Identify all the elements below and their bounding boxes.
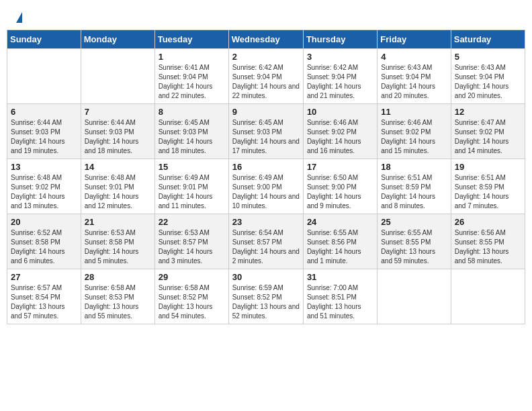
calendar-day-cell: 7Sunrise: 6:44 AM Sunset: 9:03 PM Daylig… [81, 104, 154, 159]
day-number: 25 [381, 217, 447, 227]
calendar-day-cell: 2Sunrise: 6:42 AM Sunset: 9:04 PM Daylig… [228, 49, 303, 104]
day-info: Sunrise: 6:59 AM Sunset: 8:52 PM Dayligh… [232, 283, 300, 321]
day-info: Sunrise: 6:49 AM Sunset: 9:00 PM Dayligh… [232, 173, 300, 211]
day-info: Sunrise: 6:56 AM Sunset: 8:55 PM Dayligh… [455, 228, 521, 266]
day-number: 17 [307, 162, 373, 172]
day-info: Sunrise: 6:46 AM Sunset: 9:02 PM Dayligh… [307, 118, 373, 156]
calendar-day-cell: 22Sunrise: 6:53 AM Sunset: 8:57 PM Dayli… [154, 214, 228, 269]
day-number: 31 [307, 272, 373, 282]
calendar-day-cell: 1Sunrise: 6:41 AM Sunset: 9:04 PM Daylig… [154, 49, 228, 104]
day-info: Sunrise: 6:53 AM Sunset: 8:58 PM Dayligh… [85, 228, 151, 266]
day-number: 22 [159, 217, 225, 227]
day-number: 29 [159, 272, 225, 282]
calendar-day-cell: 8Sunrise: 6:45 AM Sunset: 9:03 PM Daylig… [154, 104, 228, 159]
day-info: Sunrise: 6:47 AM Sunset: 9:02 PM Dayligh… [455, 118, 521, 156]
calendar-day-cell: 4Sunrise: 6:43 AM Sunset: 9:04 PM Daylig… [378, 49, 451, 104]
day-info: Sunrise: 6:42 AM Sunset: 9:04 PM Dayligh… [232, 63, 300, 101]
calendar-day-cell: 3Sunrise: 6:42 AM Sunset: 9:04 PM Daylig… [303, 49, 377, 104]
calendar-day-cell: 17Sunrise: 6:50 AM Sunset: 9:00 PM Dayli… [303, 159, 377, 214]
day-number: 26 [455, 217, 521, 227]
calendar-day-cell: 20Sunrise: 6:52 AM Sunset: 8:58 PM Dayli… [7, 214, 81, 269]
calendar-day-cell: 31Sunrise: 7:00 AM Sunset: 8:51 PM Dayli… [303, 269, 377, 324]
day-number: 24 [307, 217, 373, 227]
day-number: 10 [307, 107, 373, 117]
day-of-week-header: Sunday [7, 30, 81, 49]
day-number: 4 [381, 52, 447, 62]
day-info: Sunrise: 7:00 AM Sunset: 8:51 PM Dayligh… [307, 283, 373, 321]
day-number: 13 [11, 162, 77, 172]
day-info: Sunrise: 6:55 AM Sunset: 8:56 PM Dayligh… [307, 228, 373, 266]
calendar-day-cell: 29Sunrise: 6:58 AM Sunset: 8:52 PM Dayli… [154, 269, 228, 324]
calendar-table: SundayMondayTuesdayWednesdayThursdayFrid… [7, 30, 525, 324]
calendar-day-cell: 9Sunrise: 6:45 AM Sunset: 9:03 PM Daylig… [228, 104, 303, 159]
day-number: 18 [381, 162, 447, 172]
day-number: 12 [455, 107, 521, 117]
calendar-day-cell: 6Sunrise: 6:44 AM Sunset: 9:03 PM Daylig… [7, 104, 81, 159]
calendar-day-cell: 25Sunrise: 6:55 AM Sunset: 8:55 PM Dayli… [378, 214, 451, 269]
day-info: Sunrise: 6:48 AM Sunset: 9:02 PM Dayligh… [11, 173, 77, 211]
day-of-week-header: Monday [81, 30, 154, 49]
calendar-day-cell: 19Sunrise: 6:51 AM Sunset: 8:59 PM Dayli… [451, 159, 525, 214]
calendar-day-cell: 26Sunrise: 6:56 AM Sunset: 8:55 PM Dayli… [451, 214, 525, 269]
day-info: Sunrise: 6:53 AM Sunset: 8:57 PM Dayligh… [159, 228, 225, 266]
calendar-day-cell [451, 269, 525, 324]
day-info: Sunrise: 6:45 AM Sunset: 9:03 PM Dayligh… [159, 118, 225, 156]
day-info: Sunrise: 6:58 AM Sunset: 8:52 PM Dayligh… [159, 283, 225, 321]
day-info: Sunrise: 6:57 AM Sunset: 8:54 PM Dayligh… [11, 283, 77, 321]
calendar-week-row: 13Sunrise: 6:48 AM Sunset: 9:02 PM Dayli… [7, 159, 525, 214]
calendar-day-cell: 30Sunrise: 6:59 AM Sunset: 8:52 PM Dayli… [228, 269, 303, 324]
day-info: Sunrise: 6:54 AM Sunset: 8:57 PM Dayligh… [232, 228, 300, 266]
day-number: 15 [159, 162, 225, 172]
day-info: Sunrise: 6:41 AM Sunset: 9:04 PM Dayligh… [159, 63, 225, 101]
day-number: 8 [159, 107, 225, 117]
calendar-header-row: SundayMondayTuesdayWednesdayThursdayFrid… [7, 30, 525, 49]
day-info: Sunrise: 6:51 AM Sunset: 8:59 PM Dayligh… [455, 173, 521, 211]
calendar-week-row: 6Sunrise: 6:44 AM Sunset: 9:03 PM Daylig… [7, 104, 525, 159]
calendar-day-cell: 10Sunrise: 6:46 AM Sunset: 9:02 PM Dayli… [303, 104, 377, 159]
calendar-day-cell: 18Sunrise: 6:51 AM Sunset: 8:59 PM Dayli… [378, 159, 451, 214]
calendar-day-cell: 5Sunrise: 6:43 AM Sunset: 9:04 PM Daylig… [451, 49, 525, 104]
day-of-week-header: Wednesday [228, 30, 303, 49]
calendar-day-cell: 21Sunrise: 6:53 AM Sunset: 8:58 PM Dayli… [81, 214, 154, 269]
calendar-week-row: 27Sunrise: 6:57 AM Sunset: 8:54 PM Dayli… [7, 269, 525, 324]
logo [15, 12, 22, 23]
day-info: Sunrise: 6:52 AM Sunset: 8:58 PM Dayligh… [11, 228, 77, 266]
day-number: 9 [232, 107, 300, 117]
calendar-week-row: 1Sunrise: 6:41 AM Sunset: 9:04 PM Daylig… [7, 49, 525, 104]
day-info: Sunrise: 6:45 AM Sunset: 9:03 PM Dayligh… [232, 118, 300, 156]
day-number: 30 [232, 272, 300, 282]
calendar-day-cell: 15Sunrise: 6:49 AM Sunset: 9:01 PM Dayli… [154, 159, 228, 214]
day-info: Sunrise: 6:51 AM Sunset: 8:59 PM Dayligh… [381, 173, 447, 211]
day-info: Sunrise: 6:42 AM Sunset: 9:04 PM Dayligh… [307, 63, 373, 101]
day-number: 21 [85, 217, 151, 227]
day-number: 19 [455, 162, 521, 172]
calendar-day-cell: 11Sunrise: 6:46 AM Sunset: 9:02 PM Dayli… [378, 104, 451, 159]
day-number: 3 [307, 52, 373, 62]
calendar-day-cell: 12Sunrise: 6:47 AM Sunset: 9:02 PM Dayli… [451, 104, 525, 159]
day-number: 7 [85, 107, 151, 117]
calendar-day-cell: 28Sunrise: 6:58 AM Sunset: 8:53 PM Dayli… [81, 269, 154, 324]
day-number: 2 [232, 52, 300, 62]
calendar-day-cell: 16Sunrise: 6:49 AM Sunset: 9:00 PM Dayli… [228, 159, 303, 214]
day-info: Sunrise: 6:44 AM Sunset: 9:03 PM Dayligh… [11, 118, 77, 156]
day-of-week-header: Friday [378, 30, 451, 49]
logo-triangle-icon [16, 12, 22, 23]
day-info: Sunrise: 6:55 AM Sunset: 8:55 PM Dayligh… [381, 228, 447, 266]
day-number: 5 [455, 52, 521, 62]
calendar-week-row: 20Sunrise: 6:52 AM Sunset: 8:58 PM Dayli… [7, 214, 525, 269]
calendar-day-cell [7, 49, 81, 104]
calendar-day-cell: 13Sunrise: 6:48 AM Sunset: 9:02 PM Dayli… [7, 159, 81, 214]
day-number: 23 [232, 217, 300, 227]
day-info: Sunrise: 6:50 AM Sunset: 9:00 PM Dayligh… [307, 173, 373, 211]
day-info: Sunrise: 6:58 AM Sunset: 8:53 PM Dayligh… [85, 283, 151, 321]
day-number: 11 [381, 107, 447, 117]
day-number: 6 [11, 107, 77, 117]
day-number: 1 [159, 52, 225, 62]
day-of-week-header: Saturday [451, 30, 525, 49]
calendar-day-cell: 23Sunrise: 6:54 AM Sunset: 8:57 PM Dayli… [228, 214, 303, 269]
calendar-day-cell [378, 269, 451, 324]
day-info: Sunrise: 6:44 AM Sunset: 9:03 PM Dayligh… [85, 118, 151, 156]
day-of-week-header: Tuesday [154, 30, 228, 49]
day-info: Sunrise: 6:48 AM Sunset: 9:01 PM Dayligh… [85, 173, 151, 211]
calendar-day-cell: 27Sunrise: 6:57 AM Sunset: 8:54 PM Dayli… [7, 269, 81, 324]
